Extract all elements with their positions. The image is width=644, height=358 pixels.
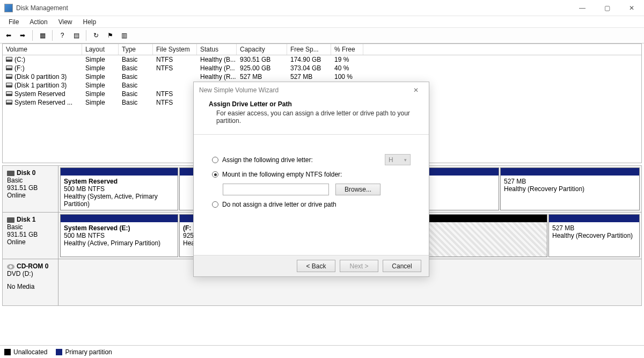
- swatch-primary: [56, 349, 62, 355]
- drive-icon: [6, 83, 12, 87]
- drive-icon: [6, 57, 12, 62]
- dialog-heading: Assign Drive Letter or Path: [209, 100, 418, 108]
- volume-row[interactable]: (F:) SimpleBasicNTFSHealthy (P...925.00 …: [3, 64, 641, 72]
- disk-mgmt-icon: [4, 4, 13, 12]
- swatch-unallocated: [4, 349, 11, 355]
- col-pf[interactable]: % Free: [331, 44, 363, 55]
- next-button[interactable]: Next >: [340, 260, 378, 272]
- back-icon[interactable]: ⬅: [2, 30, 15, 41]
- label-assign-letter: Assign the following drive letter:: [222, 156, 385, 164]
- window-title: Disk Management: [16, 4, 570, 12]
- radio-assign-letter[interactable]: [212, 157, 218, 163]
- menu-help[interactable]: Help: [78, 17, 102, 27]
- menu-file[interactable]: File: [3, 17, 24, 27]
- volume-row[interactable]: (Disk 0 partition 3) SimpleBasicHealthy …: [3, 72, 641, 81]
- minimize-button[interactable]: —: [570, 0, 595, 16]
- titlebar: Disk Management — ▢ ✕: [0, 0, 644, 16]
- partition[interactable]: 527 MB Healthy (Recovery Partition): [548, 214, 640, 257]
- disk-icon: [7, 217, 14, 223]
- disk-info[interactable]: Disk 1 Basic 931.51 GB Online: [3, 213, 58, 259]
- mount-folder-input[interactable]: [223, 184, 329, 195]
- maximize-button[interactable]: ▢: [595, 0, 619, 16]
- legend: Unallocated Primary partition: [0, 345, 644, 358]
- drive-icon: [6, 91, 12, 96]
- radio-no-assign[interactable]: [212, 201, 218, 208]
- forward-icon[interactable]: ➡: [16, 30, 29, 41]
- partition-header: [549, 215, 639, 222]
- drive-icon: [6, 100, 12, 105]
- back-button[interactable]: < Back: [297, 260, 335, 272]
- partition-header: [180, 215, 195, 222]
- partition[interactable]: System Reserved 500 MB NTFS Healthy (Sys…: [60, 167, 178, 210]
- show-hide-icon[interactable]: ▦: [36, 30, 49, 41]
- col-status[interactable]: Status: [197, 44, 237, 55]
- menubar: File Action View Help: [0, 16, 644, 28]
- volume-row[interactable]: (C:) SimpleBasicNTFSHealthy (B...930.51 …: [3, 55, 641, 64]
- list-icon[interactable]: ▥: [118, 30, 130, 41]
- cdrom-icon: [7, 264, 14, 269]
- wizard-dialog: New Simple Volume Wizard ✕ Assign Drive …: [193, 82, 429, 277]
- dialog-title: New Simple Volume Wizard: [199, 86, 279, 94]
- flag-icon[interactable]: ⚑: [104, 30, 116, 41]
- partition-header: [61, 215, 178, 222]
- browse-button[interactable]: Browse...: [335, 184, 380, 195]
- partition-header: [61, 168, 178, 176]
- col-cap[interactable]: Capacity: [237, 44, 287, 55]
- menu-action[interactable]: Action: [24, 17, 53, 27]
- drive-icon: [6, 74, 12, 79]
- properties-icon[interactable]: ▤: [70, 30, 83, 41]
- disk-info[interactable]: Disk 0 Basic 931.51 GB Online: [3, 166, 58, 212]
- col-layout[interactable]: Layout: [82, 44, 119, 55]
- disk-info[interactable]: CD-ROM 0 DVD (D:) No Media: [3, 259, 58, 305]
- close-button[interactable]: ✕: [619, 0, 644, 16]
- col-fs[interactable]: File System: [153, 44, 197, 55]
- drive-letter-combo: H▾: [385, 154, 411, 165]
- col-volume[interactable]: Volume: [3, 44, 82, 55]
- partition[interactable]: 527 MB Healthy (Recovery Partition): [500, 167, 640, 210]
- dialog-subheading: For easier access, you can assign a driv…: [209, 109, 418, 125]
- refresh-icon[interactable]: ↻: [90, 30, 103, 41]
- label-no-assign: Do not assign a drive letter or drive pa…: [222, 201, 336, 208]
- partition-header: [501, 168, 639, 176]
- dialog-close-button[interactable]: ✕: [408, 84, 423, 96]
- cancel-button[interactable]: Cancel: [383, 260, 421, 272]
- help-icon[interactable]: ?: [56, 30, 69, 41]
- toolbar: ⬅ ➡ ▦ ? ▤ ↻ ⚑ ▥: [0, 28, 644, 43]
- partition[interactable]: System Reserved (E:) 500 MB NTFS Healthy…: [60, 214, 178, 257]
- label-mount-folder: Mount in the following empty NTFS folder…: [222, 171, 342, 178]
- drive-icon: [6, 65, 12, 70]
- volume-header: Volume Layout Type File System Status Ca…: [3, 44, 641, 55]
- disk-icon: [7, 171, 14, 176]
- radio-mount-folder[interactable]: [212, 171, 218, 178]
- col-type[interactable]: Type: [119, 44, 153, 55]
- col-free[interactable]: Free Sp...: [287, 44, 331, 55]
- menu-view[interactable]: View: [53, 17, 78, 27]
